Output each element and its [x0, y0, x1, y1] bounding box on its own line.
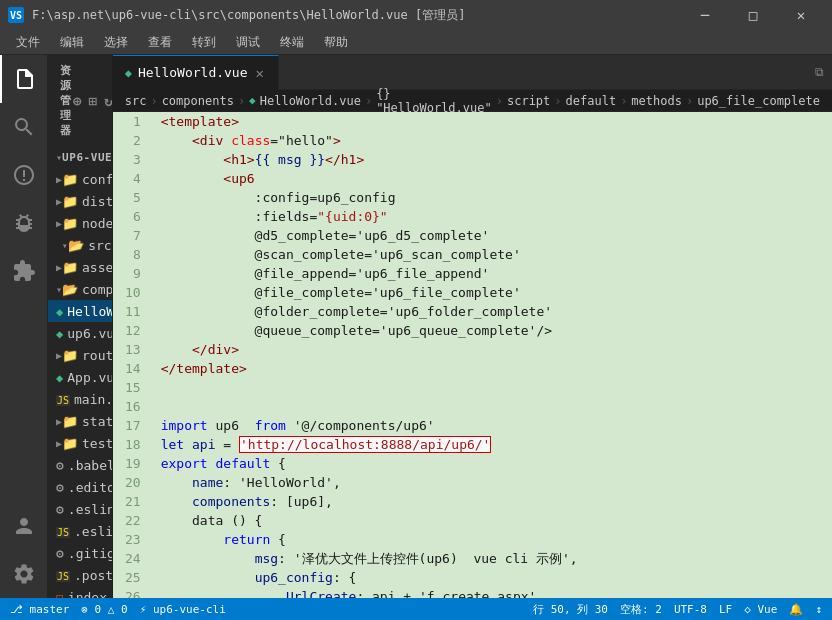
code-line-20: name: 'HelloWorld',: [161, 473, 824, 492]
code-line-10: @file_complete='up6_file_complete': [161, 283, 824, 302]
new-folder-btn[interactable]: ⊞: [88, 92, 100, 110]
activity-git[interactable]: [0, 151, 48, 199]
tree-item-up6-vue-cli[interactable]: ▾UP6-VUE-CLI: [48, 146, 112, 168]
vue-file-icon: ◆: [125, 66, 132, 80]
tree-item-static[interactable]: ▶📁static: [48, 410, 112, 432]
tree-item-src[interactable]: ▾📂src: [48, 234, 112, 256]
code-line-21: components: [up6],: [161, 492, 824, 511]
menu-edit[interactable]: 编辑: [52, 32, 92, 53]
menu-help[interactable]: 帮助: [316, 32, 356, 53]
file-icon-static: 📁: [62, 414, 78, 429]
file-icon-eslintrc-js: JS: [56, 524, 70, 539]
tree-item-main-js[interactable]: JSmain.js: [48, 388, 112, 410]
breadcrumb-filename[interactable]: HelloWorld.vue: [260, 94, 361, 108]
activity-explorer[interactable]: [0, 55, 48, 103]
tree-item-dist[interactable]: ▶📁dist: [48, 190, 112, 212]
menu-file[interactable]: 文件: [8, 32, 48, 53]
code-line-2: <div class="hello">: [161, 131, 824, 150]
tree-item-test[interactable]: ▶📁test: [48, 432, 112, 454]
tree-item-up6-vue[interactable]: ◆up6.vue: [48, 322, 112, 344]
code-line-14: </template>: [161, 359, 824, 378]
breadcrumb-sep-7: ›: [686, 94, 693, 108]
code-line-13: </div>: [161, 340, 824, 359]
breadcrumb-export[interactable]: {} "HelloWorld.vue": [376, 87, 492, 115]
cursor-position[interactable]: 行 50, 列 30: [533, 602, 608, 617]
tree-item-components[interactable]: ▾📂components: [48, 278, 112, 300]
activity-extensions[interactable]: [0, 247, 48, 295]
menu-goto[interactable]: 转到: [184, 32, 224, 53]
tree-label-editorconfig: .editorconfig: [68, 480, 113, 495]
menu-view[interactable]: 查看: [140, 32, 180, 53]
close-button[interactable]: ✕: [778, 0, 824, 30]
tree-item-babelrc[interactable]: ⚙.babelrc: [48, 454, 112, 476]
activity-settings[interactable]: [0, 550, 48, 598]
activity-search[interactable]: [0, 103, 48, 151]
git-branch[interactable]: ⎇ master: [10, 603, 69, 616]
code-line-3: <h1>{{ msg }}</h1>: [161, 150, 824, 169]
tree-label-helloworld-vue: HelloWorld.vue: [67, 304, 112, 319]
minimize-button[interactable]: ─: [682, 0, 728, 30]
vue-breadcrumb-icon: ◆: [249, 94, 256, 107]
new-file-btn[interactable]: ⊕: [72, 92, 84, 110]
tree-item-node_modules[interactable]: ▶📁node_modules: [48, 212, 112, 234]
tree-item-eslintrc-js[interactable]: JS.eslintrc.js: [48, 520, 112, 542]
window-title: F:\asp.net\up6-vue-cli\src\components\He…: [32, 7, 465, 24]
line-ending[interactable]: LF: [719, 603, 732, 616]
code-line-25: up6_config: {: [161, 568, 824, 587]
encoding[interactable]: UTF-8: [674, 603, 707, 616]
breadcrumb-sep-1: ›: [150, 94, 157, 108]
tree-item-router[interactable]: ▶📁router: [48, 344, 112, 366]
tree-item-App-vue[interactable]: ◆App.vue: [48, 366, 112, 388]
title-bar-left: VS F:\asp.net\up6-vue-cli\src\components…: [8, 7, 465, 24]
tree-label-index-html: index.html: [68, 590, 113, 599]
activity-debug[interactable]: [0, 199, 48, 247]
tab-helloworld[interactable]: ◆ HelloWorld.vue ✕: [113, 55, 279, 90]
breadcrumb-script[interactable]: script: [507, 94, 550, 108]
file-icon-components: 📂: [62, 282, 78, 297]
tree-item-index-html[interactable]: ◻index.html: [48, 586, 112, 598]
menu-select[interactable]: 选择: [96, 32, 136, 53]
tree-item-assets[interactable]: ▶📁assets: [48, 256, 112, 278]
file-icon-main-js: JS: [56, 392, 70, 407]
breadcrumb-methods[interactable]: methods: [631, 94, 682, 108]
code-line-18: let api = 'http://localhost:8888/api/up6…: [161, 435, 824, 454]
sync-btn[interactable]: ↕: [815, 603, 822, 616]
maximize-button[interactable]: □: [730, 0, 776, 30]
indentation[interactable]: 空格: 2: [620, 602, 662, 617]
tree-label-dist: dist: [82, 194, 113, 209]
main-layout: 资源管理器 ⊕ ⊞ ↻ ⊟ … ▾UP6-VUE-CLI▶📁config▶📁di…: [0, 55, 832, 598]
code-content[interactable]: <template> <div class="hello"> <h1>{{ ms…: [153, 112, 832, 598]
menu-debug[interactable]: 调试: [228, 32, 268, 53]
tab-close-btn[interactable]: ✕: [254, 63, 266, 83]
code-editor[interactable]: 1234567891011121314151617181920212223242…: [113, 112, 832, 598]
tree-item-editorconfig[interactable]: ⚙.editorconfig: [48, 476, 112, 498]
code-line-24: msg: '泽优大文件上传控件(up6) vue cli 示例',: [161, 549, 824, 568]
breadcrumb-components[interactable]: components: [162, 94, 234, 108]
breadcrumb-method-name[interactable]: up6_file_complete: [697, 94, 820, 108]
tree-label-components: components: [82, 282, 113, 297]
tree-label-router: router: [82, 348, 113, 363]
breadcrumb-sep-5: ›: [554, 94, 561, 108]
menu-terminal[interactable]: 终端: [272, 32, 312, 53]
line-numbers: 1234567891011121314151617181920212223242…: [113, 112, 153, 598]
breadcrumb-default[interactable]: default: [566, 94, 617, 108]
project-name[interactable]: ⚡ up6-vue-cli: [140, 603, 226, 616]
file-icon-config: 📁: [62, 172, 78, 187]
breadcrumb-src[interactable]: src: [125, 94, 147, 108]
tab-bar: ◆ HelloWorld.vue ✕ ⧉: [113, 55, 832, 90]
split-editor-btn[interactable]: ⧉: [807, 65, 832, 79]
refresh-btn[interactable]: ↻: [103, 92, 113, 110]
file-tree: ▾UP6-VUE-CLI▶📁config▶📁dist▶📁node_modules…: [48, 146, 112, 598]
file-icon-node_modules: 📁: [62, 216, 78, 231]
tree-item-helloworld-vue[interactable]: ◆HelloWorld.vue: [48, 300, 112, 322]
language-mode[interactable]: ◇ Vue: [744, 603, 777, 616]
tree-item-config[interactable]: ▶📁config: [48, 168, 112, 190]
tree-item-eslintignore[interactable]: ⚙.eslintignore: [48, 498, 112, 520]
error-count[interactable]: ⊗ 0 △ 0: [81, 603, 127, 616]
tree-item-postcssrc-js[interactable]: JS.postcssrc.js: [48, 564, 112, 586]
activity-account[interactable]: [0, 502, 48, 550]
code-line-8: @scan_complete='up6_scan_complete': [161, 245, 824, 264]
tree-item-gitignore[interactable]: ⚙.gitignore: [48, 542, 112, 564]
notification-bell[interactable]: 🔔: [789, 603, 803, 616]
file-icon-postcssrc-js: JS: [56, 568, 70, 583]
